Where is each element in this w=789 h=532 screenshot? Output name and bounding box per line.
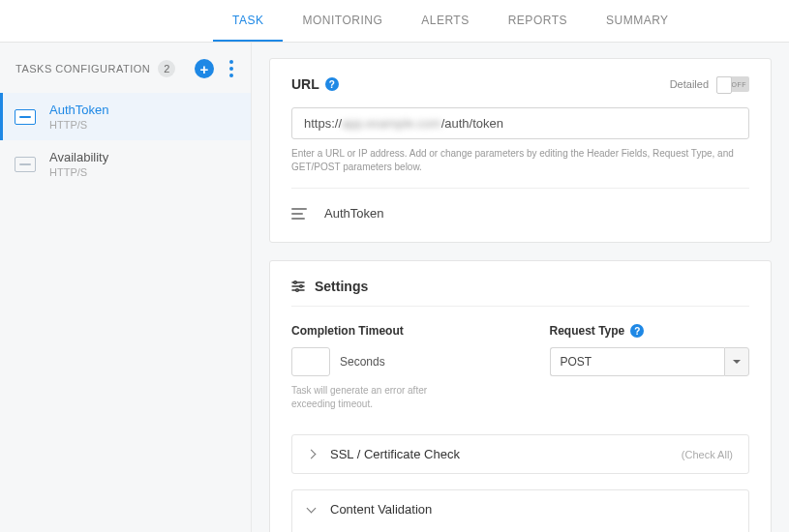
completion-timeout-input[interactable] — [291, 347, 330, 376]
task-name-row: AuthToken — [291, 202, 749, 224]
settings-title: Settings — [315, 279, 368, 294]
main-content: URL ? Detailed OFF https://app.example.c… — [252, 43, 789, 532]
ssl-panel-title: SSL / Certificate Check — [330, 447, 460, 461]
url-card: URL ? Detailed OFF https://app.example.c… — [269, 58, 772, 243]
request-type-value: POST — [550, 347, 725, 376]
url-hint: Enter a URL or IP address. Add or change… — [291, 147, 749, 174]
task-item-authtoken[interactable]: AuthToken HTTP/S — [0, 93, 251, 140]
top-tabs: TASK MONITORING ALERTS REPORTS SUMMARY — [0, 0, 789, 43]
select-dropdown-button[interactable] — [724, 347, 749, 376]
tab-task[interactable]: TASK — [213, 0, 283, 42]
divider — [291, 188, 749, 189]
tab-summary[interactable]: SUMMARY — [587, 0, 688, 42]
http-task-icon — [15, 157, 36, 172]
ssl-panel-head[interactable]: SSL / Certificate Check (Check All) — [292, 435, 748, 473]
request-type-select[interactable]: POST — [550, 347, 750, 376]
svg-point-5 — [296, 289, 299, 292]
task-sub: HTTP/S — [49, 119, 108, 131]
settings-card: Settings Completion Timeout Seconds Task… — [269, 260, 772, 532]
task-sub: HTTP/S — [49, 166, 108, 178]
http-task-icon — [15, 109, 36, 125]
tab-monitoring[interactable]: MONITORING — [283, 0, 402, 42]
add-task-button[interactable]: + — [195, 59, 214, 78]
cv-panel-head[interactable]: Content Validation — [292, 490, 748, 528]
task-name: AuthToken — [49, 103, 108, 117]
completion-timeout-label: Completion Timeout — [291, 324, 492, 338]
sidebar-title: TASKS CONFIGURATION — [15, 63, 150, 74]
seconds-unit: Seconds — [340, 355, 385, 369]
ssl-check-all[interactable]: (Check All) — [682, 449, 733, 460]
task-name: Availability — [49, 150, 108, 164]
task-count-badge: 2 — [158, 60, 175, 77]
more-menu-icon[interactable] — [228, 58, 235, 79]
tab-alerts[interactable]: ALERTS — [402, 0, 488, 42]
detailed-toggle[interactable]: OFF — [716, 76, 749, 92]
cv-panel-title: Content Validation — [330, 502, 432, 517]
chevron-right-icon — [307, 450, 317, 459]
caret-down-icon — [733, 360, 741, 364]
request-type-group: Request Type ? POST — [550, 324, 750, 411]
help-icon[interactable]: ? — [325, 77, 339, 91]
sidebar-header: TASKS CONFIGURATION 2 + — [0, 58, 251, 93]
content-validation-panel: Content Validation Keyword 1 — [291, 489, 749, 532]
request-type-label: Request Type — [550, 324, 625, 338]
svg-point-3 — [294, 281, 297, 284]
ssl-panel: SSL / Certificate Check (Check All) — [291, 434, 749, 474]
detailed-label: Detailed — [670, 78, 709, 90]
url-card-title: URL — [291, 76, 319, 92]
tab-reports[interactable]: REPORTS — [489, 0, 587, 42]
task-name-value: AuthToken — [324, 206, 383, 221]
notes-icon — [291, 208, 307, 220]
svg-point-4 — [300, 285, 303, 288]
sliders-icon — [291, 280, 305, 293]
sidebar: TASKS CONFIGURATION 2 + AuthToken HTTP/S… — [0, 43, 252, 532]
task-item-availability[interactable]: Availability HTTP/S — [0, 140, 251, 188]
completion-timeout-hint: Task will generate an error after exceed… — [291, 384, 437, 411]
completion-timeout-group: Completion Timeout Seconds Task will gen… — [291, 324, 492, 411]
help-icon[interactable]: ? — [630, 324, 644, 338]
url-input[interactable]: https://app.example.com/auth/token — [291, 107, 749, 139]
chevron-down-icon — [307, 503, 317, 513]
